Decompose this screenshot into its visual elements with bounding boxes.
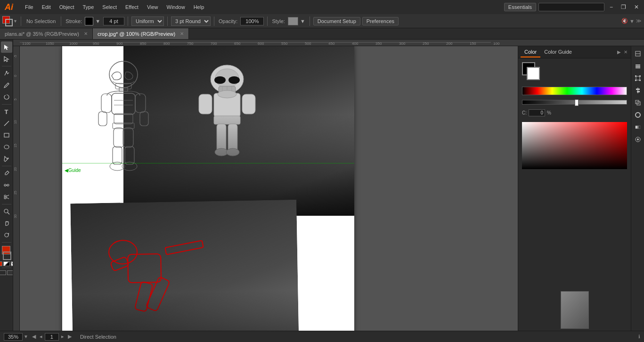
menu-file[interactable]: File [21,2,37,12]
svg-point-50 [214,76,226,84]
zoom-tool[interactable] [1,206,12,217]
direct-selection-tool[interactable] [1,53,12,65]
roundness-select[interactable]: 3 pt Round [171,16,211,26]
fill-mode-icon[interactable] [0,261,2,266]
essentials-button[interactable]: Essentials [504,3,536,11]
menu-type[interactable]: Type [79,2,98,12]
stroke-swatch[interactable] [3,252,11,260]
color-mode-icons [0,261,13,266]
arrange-icon[interactable] [632,48,644,59]
pathfinder-icon[interactable] [632,97,644,108]
menu-edit[interactable]: Edit [38,2,55,12]
svg-text:650: 650 [234,41,241,46]
gradient-icon[interactable] [632,122,644,133]
svg-rect-81 [135,94,146,113]
menu-view[interactable]: View [143,2,162,12]
ellipse-tool[interactable] [1,141,12,153]
type-icon: T [5,108,8,115]
panel-close-button[interactable]: ✕ [623,49,628,55]
nav-prev-button[interactable]: ◂ [38,333,44,340]
rotate-tool[interactable] [1,229,12,241]
toolbar-separator-3 [2,166,11,166]
background-swatch[interactable] [527,67,540,80]
svg-point-104 [636,113,640,117]
close-button[interactable]: ✕ [631,3,642,11]
rectangle-tool[interactable] [1,130,12,141]
hand-tool[interactable] [1,218,12,229]
zoom-control: ▼ [4,333,28,341]
stroke-color-swatch[interactable] [85,17,93,25]
svg-marker-1 [4,57,8,62]
preferences-button[interactable]: Preferences [362,17,399,25]
paint-bucket-tool[interactable] [1,153,12,164]
pen-tool[interactable] [1,68,12,79]
color-c-input[interactable] [529,109,545,116]
tab-color-guide[interactable]: Color Guide [540,47,576,57]
svg-point-15 [5,233,8,237]
menu-help[interactable]: Help [190,2,208,12]
layers-icon[interactable] [632,60,644,72]
line-tool[interactable] [1,118,12,129]
menu-object[interactable]: Object [56,2,78,12]
lasso-tool[interactable] [1,91,12,103]
blend-tool[interactable] [1,179,12,191]
pencil-tool[interactable] [1,80,12,91]
stroke-arrow-icon[interactable]: ▼ [94,18,101,24]
appearance-icon[interactable] [632,134,644,145]
options-arrow-icon[interactable]: ▼ [629,18,635,24]
right-panel: Color Color Guide ▶ ✕ [518,46,631,331]
tab-plans[interactable]: plans.ai* @ 35% (RGB/Preview) ✕ [0,28,93,39]
transform-icon[interactable] [632,73,644,84]
fill-stroke-indicator[interactable]: ▼ [2,16,17,26]
scissors-tool[interactable] [1,191,12,203]
selection-tool[interactable] [1,41,12,53]
page-number-input[interactable] [45,333,59,341]
tab-crop[interactable]: crop.jpg* @ 100% (RGB/Preview) ✕ [93,28,189,39]
svg-text:10: 10 [14,120,17,124]
color-spectrum-bar[interactable] [522,87,627,95]
nav-next-button[interactable]: ▸ [60,333,65,340]
search-input[interactable] [538,3,604,11]
color-slider[interactable] [522,100,627,105]
artboard: ◀Guide [62,46,354,331]
svg-point-107 [637,138,639,140]
normal-screen-icon[interactable] [0,270,6,275]
style-swatch[interactable] [288,17,298,25]
menu-effect[interactable]: Effect [122,2,142,12]
gradient-mode-icon[interactable] [3,261,10,266]
slider-thumb[interactable] [575,99,579,106]
color-picker-area[interactable] [522,122,627,169]
panel-options-button[interactable]: ▶ [616,49,622,55]
nav-last-button[interactable]: ▶ [66,333,73,340]
eyedropper-tool[interactable] [1,168,12,179]
svg-text:350: 350 [375,41,382,46]
tab-crop-close[interactable]: ✕ [180,31,184,36]
document-setup-button[interactable]: Document Setup [313,17,360,25]
nav-first-button[interactable]: ◀ [31,333,37,340]
fill-arrow-icon[interactable]: ▼ [13,19,17,24]
tab-plans-close[interactable]: ✕ [84,31,88,36]
status-text: Direct Selection [80,334,116,340]
fill-stroke-swatches[interactable] [0,246,13,260]
align-icon[interactable] [632,85,644,96]
svg-rect-100 [636,89,640,90]
canvas-area[interactable]: ◀Guide [20,46,518,331]
full-screen-icon[interactable] [7,270,14,275]
options-extra-icon[interactable]: ≫ [636,18,642,24]
opacity-input[interactable] [240,17,264,25]
minimize-button[interactable]: − [607,3,616,11]
restore-button[interactable]: ❐ [618,3,629,11]
mute-icon[interactable]: 🔇 [621,18,628,24]
stroke-type-select[interactable]: Uniform [131,16,164,26]
svg-rect-4 [4,133,9,137]
type-tool[interactable]: T [1,106,12,117]
style-arrow-icon[interactable]: ▼ [299,18,306,24]
stroke-value-input[interactable] [103,17,124,25]
zoom-input[interactable] [4,333,23,341]
status-right: ℹ [638,334,640,339]
zoom-arrow-icon[interactable]: ▼ [24,334,28,339]
menu-select[interactable]: Select [98,2,121,12]
stroke-icon[interactable] [632,109,644,121]
tab-color[interactable]: Color [521,47,540,57]
menu-window[interactable]: Window [163,2,189,12]
